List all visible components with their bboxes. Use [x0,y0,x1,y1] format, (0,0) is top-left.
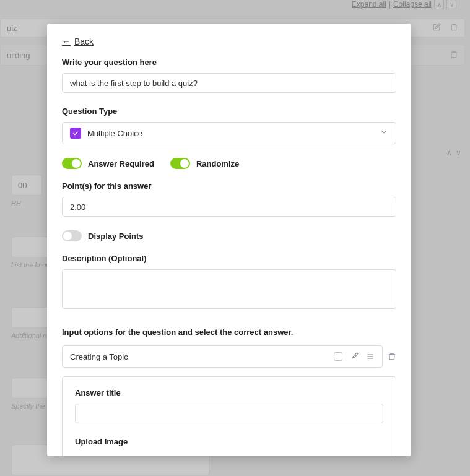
display-points-label: Display Points [88,232,144,241]
options-instruction: Input options for the question and selec… [62,327,396,337]
edit-icon[interactable] [350,352,359,361]
question-label: Write your question here [62,58,396,67]
multiple-choice-icon [70,128,81,139]
modal-scroll[interactable]: ← Back Write your question here Question… [47,24,411,456]
drag-handle-icon[interactable] [366,352,375,361]
randomize-label: Randomize [196,159,239,168]
question-input[interactable] [62,73,396,93]
option-row: Creating a Topic [62,345,396,368]
description-label: Description (Optional) [62,254,396,263]
answer-title-label: Answer title [75,388,383,397]
option-correct-checkbox[interactable] [334,352,342,361]
question-type-select[interactable]: Multiple Choice [62,122,396,144]
upload-image-label: Upload Image [75,437,383,446]
randomize-toggle[interactable] [170,158,190,169]
arrow-left-icon: ← [62,37,71,46]
back-button[interactable]: ← Back [62,37,94,46]
answer-required-label: Answer Required [88,159,154,168]
points-label: Point(s) for this answer [62,181,396,191]
answer-title-input[interactable] [75,404,383,423]
description-textarea[interactable] [62,269,396,309]
chevron-down-icon [380,128,388,139]
option-box: Creating a Topic [62,345,383,368]
back-label: Back [74,37,94,46]
answer-required-toggle[interactable] [62,158,82,169]
toggle-row: Answer Required Randomize [62,158,396,169]
question-type-value: Multiple Choice [87,129,380,138]
question-type-label: Question Type [62,106,396,116]
points-input[interactable] [62,197,396,217]
delete-option-button[interactable] [388,352,396,361]
display-points-toggle[interactable] [62,230,82,241]
display-points-row: Display Points [62,230,396,241]
question-modal: ← Back Write your question here Question… [47,24,411,456]
option-text: Creating a Topic [70,352,334,361]
answer-panel: Answer title Upload Image [62,376,396,456]
